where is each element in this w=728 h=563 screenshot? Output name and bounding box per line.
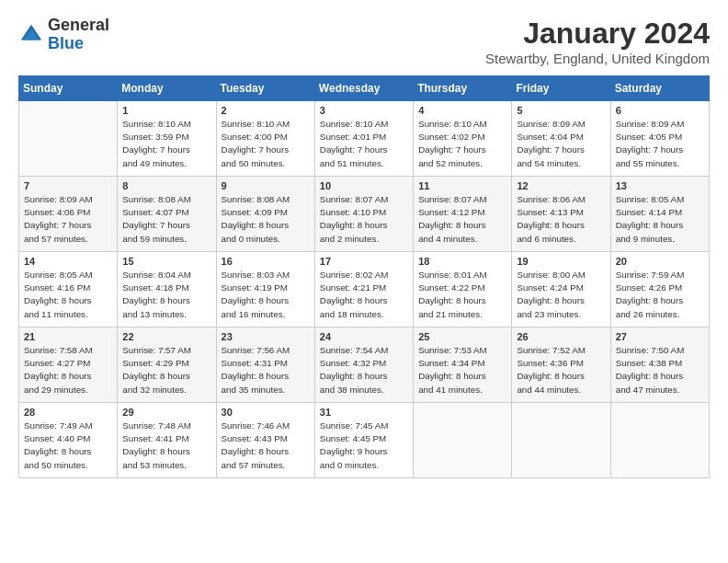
day-cell: 29Sunrise: 7:48 AM Sunset: 4:41 PM Dayli… xyxy=(118,403,216,478)
calendar-header: SundayMondayTuesdayWednesdayThursdayFrid… xyxy=(19,76,710,101)
day-info: Sunrise: 8:09 AM Sunset: 4:04 PM Dayligh… xyxy=(517,118,605,170)
day-number: 17 xyxy=(320,256,408,267)
calendar-title: January 2024 xyxy=(485,17,710,51)
day-cell: 28Sunrise: 7:49 AM Sunset: 4:40 PM Dayli… xyxy=(19,403,118,478)
day-cell: 30Sunrise: 7:46 AM Sunset: 4:43 PM Dayli… xyxy=(216,403,314,478)
week-row-4: 21Sunrise: 7:58 AM Sunset: 4:27 PM Dayli… xyxy=(19,327,710,403)
day-number: 18 xyxy=(418,256,506,267)
day-info: Sunrise: 8:10 AM Sunset: 4:01 PM Dayligh… xyxy=(320,118,408,170)
week-row-2: 7Sunrise: 8:09 AM Sunset: 4:06 PM Daylig… xyxy=(19,177,710,252)
day-info: Sunrise: 7:50 AM Sunset: 4:38 PM Dayligh… xyxy=(616,344,704,396)
day-info: Sunrise: 8:05 AM Sunset: 4:16 PM Dayligh… xyxy=(24,269,112,321)
day-number: 8 xyxy=(122,180,210,191)
day-info: Sunrise: 8:10 AM Sunset: 4:00 PM Dayligh… xyxy=(222,118,310,170)
day-cell: 3Sunrise: 8:10 AM Sunset: 4:01 PM Daylig… xyxy=(314,101,413,177)
day-info: Sunrise: 8:03 AM Sunset: 4:19 PM Dayligh… xyxy=(222,269,310,321)
day-cell xyxy=(19,101,118,177)
day-number: 13 xyxy=(616,180,704,191)
day-info: Sunrise: 7:58 AM Sunset: 4:27 PM Dayligh… xyxy=(24,344,112,396)
day-cell: 13Sunrise: 8:05 AM Sunset: 4:14 PM Dayli… xyxy=(610,177,709,252)
day-cell: 11Sunrise: 8:07 AM Sunset: 4:12 PM Dayli… xyxy=(414,177,512,252)
day-number: 6 xyxy=(616,105,704,116)
day-cell: 15Sunrise: 8:04 AM Sunset: 4:18 PM Dayli… xyxy=(118,252,216,327)
logo-icon xyxy=(18,22,44,48)
header-cell-saturday: Saturday xyxy=(610,76,709,101)
title-block: January 2024 Stewartby, England, United … xyxy=(485,17,710,66)
day-cell: 22Sunrise: 7:57 AM Sunset: 4:29 PM Dayli… xyxy=(118,327,216,403)
day-number: 16 xyxy=(222,256,310,267)
day-cell: 9Sunrise: 8:08 AM Sunset: 4:09 PM Daylig… xyxy=(216,177,314,252)
day-number: 2 xyxy=(222,105,310,116)
week-row-3: 14Sunrise: 8:05 AM Sunset: 4:16 PM Dayli… xyxy=(19,252,710,327)
day-info: Sunrise: 8:08 AM Sunset: 4:07 PM Dayligh… xyxy=(122,193,210,246)
day-number: 24 xyxy=(320,331,408,342)
day-info: Sunrise: 7:59 AM Sunset: 4:26 PM Dayligh… xyxy=(616,269,704,321)
day-number: 30 xyxy=(222,407,310,418)
day-info: Sunrise: 8:04 AM Sunset: 4:18 PM Dayligh… xyxy=(122,269,210,321)
day-number: 31 xyxy=(320,407,408,418)
day-cell: 16Sunrise: 8:03 AM Sunset: 4:19 PM Dayli… xyxy=(216,252,314,327)
header-cell-tuesday: Tuesday xyxy=(216,76,314,101)
day-cell: 17Sunrise: 8:02 AM Sunset: 4:21 PM Dayli… xyxy=(314,252,413,327)
calendar-page: General Blue January 2024 Stewartby, Eng… xyxy=(0,0,728,488)
day-cell: 21Sunrise: 7:58 AM Sunset: 4:27 PM Dayli… xyxy=(19,327,118,403)
day-info: Sunrise: 8:05 AM Sunset: 4:14 PM Dayligh… xyxy=(616,193,704,246)
day-cell: 24Sunrise: 7:54 AM Sunset: 4:32 PM Dayli… xyxy=(314,327,413,403)
day-info: Sunrise: 7:46 AM Sunset: 4:43 PM Dayligh… xyxy=(222,419,310,472)
day-info: Sunrise: 8:02 AM Sunset: 4:21 PM Dayligh… xyxy=(320,269,408,321)
day-number: 4 xyxy=(418,105,506,116)
day-info: Sunrise: 7:53 AM Sunset: 4:34 PM Dayligh… xyxy=(418,344,506,396)
day-cell: 2Sunrise: 8:10 AM Sunset: 4:00 PM Daylig… xyxy=(216,101,314,177)
day-number: 9 xyxy=(222,180,310,191)
header-cell-thursday: Thursday xyxy=(414,76,512,101)
day-info: Sunrise: 8:00 AM Sunset: 4:24 PM Dayligh… xyxy=(517,269,605,321)
calendar-subtitle: Stewartby, England, United Kingdom xyxy=(485,51,710,66)
day-info: Sunrise: 8:06 AM Sunset: 4:13 PM Dayligh… xyxy=(517,193,605,246)
logo-text: General Blue xyxy=(48,17,109,53)
day-cell: 6Sunrise: 8:09 AM Sunset: 4:05 PM Daylig… xyxy=(610,101,709,177)
day-cell: 18Sunrise: 8:01 AM Sunset: 4:22 PM Dayli… xyxy=(414,252,512,327)
day-info: Sunrise: 7:49 AM Sunset: 4:40 PM Dayligh… xyxy=(24,419,112,472)
day-cell: 20Sunrise: 7:59 AM Sunset: 4:26 PM Dayli… xyxy=(610,252,709,327)
calendar-table: SundayMondayTuesdayWednesdayThursdayFrid… xyxy=(18,75,710,478)
day-number: 27 xyxy=(616,331,704,342)
day-number: 21 xyxy=(24,331,112,342)
day-number: 20 xyxy=(616,256,704,267)
day-cell: 26Sunrise: 7:52 AM Sunset: 4:36 PM Dayli… xyxy=(512,327,610,403)
day-number: 29 xyxy=(122,407,210,418)
day-number: 25 xyxy=(418,331,506,342)
day-number: 19 xyxy=(517,256,605,267)
day-info: Sunrise: 7:52 AM Sunset: 4:36 PM Dayligh… xyxy=(517,344,605,396)
day-cell: 5Sunrise: 8:09 AM Sunset: 4:04 PM Daylig… xyxy=(512,101,610,177)
day-number: 10 xyxy=(320,180,408,191)
day-number: 15 xyxy=(122,256,210,267)
day-info: Sunrise: 8:07 AM Sunset: 4:12 PM Dayligh… xyxy=(418,193,506,246)
header-row: SundayMondayTuesdayWednesdayThursdayFrid… xyxy=(19,76,710,101)
day-number: 26 xyxy=(517,331,605,342)
day-info: Sunrise: 7:54 AM Sunset: 4:32 PM Dayligh… xyxy=(320,344,408,396)
day-cell: 12Sunrise: 8:06 AM Sunset: 4:13 PM Dayli… xyxy=(512,177,610,252)
day-info: Sunrise: 8:09 AM Sunset: 4:05 PM Dayligh… xyxy=(616,118,704,170)
day-cell: 4Sunrise: 8:10 AM Sunset: 4:02 PM Daylig… xyxy=(414,101,512,177)
day-cell: 25Sunrise: 7:53 AM Sunset: 4:34 PM Dayli… xyxy=(414,327,512,403)
day-info: Sunrise: 8:08 AM Sunset: 4:09 PM Dayligh… xyxy=(222,193,310,246)
day-cell: 23Sunrise: 7:56 AM Sunset: 4:31 PM Dayli… xyxy=(216,327,314,403)
day-number: 28 xyxy=(24,407,112,418)
day-number: 5 xyxy=(517,105,605,116)
calendar-body: 1Sunrise: 8:10 AM Sunset: 3:59 PM Daylig… xyxy=(19,101,710,478)
day-number: 12 xyxy=(517,180,605,191)
day-number: 22 xyxy=(122,331,210,342)
day-info: Sunrise: 8:09 AM Sunset: 4:06 PM Dayligh… xyxy=(24,193,112,246)
day-cell: 7Sunrise: 8:09 AM Sunset: 4:06 PM Daylig… xyxy=(19,177,118,252)
day-cell: 14Sunrise: 8:05 AM Sunset: 4:16 PM Dayli… xyxy=(19,252,118,327)
day-number: 3 xyxy=(320,105,408,116)
day-info: Sunrise: 7:56 AM Sunset: 4:31 PM Dayligh… xyxy=(222,344,310,396)
day-cell: 19Sunrise: 8:00 AM Sunset: 4:24 PM Dayli… xyxy=(512,252,610,327)
day-info: Sunrise: 8:01 AM Sunset: 4:22 PM Dayligh… xyxy=(418,269,506,321)
header-cell-sunday: Sunday xyxy=(19,76,118,101)
day-number: 23 xyxy=(222,331,310,342)
day-cell: 10Sunrise: 8:07 AM Sunset: 4:10 PM Dayli… xyxy=(314,177,413,252)
logo-blue: Blue xyxy=(48,35,109,53)
day-number: 7 xyxy=(24,180,112,191)
day-info: Sunrise: 7:45 AM Sunset: 4:45 PM Dayligh… xyxy=(320,419,408,472)
